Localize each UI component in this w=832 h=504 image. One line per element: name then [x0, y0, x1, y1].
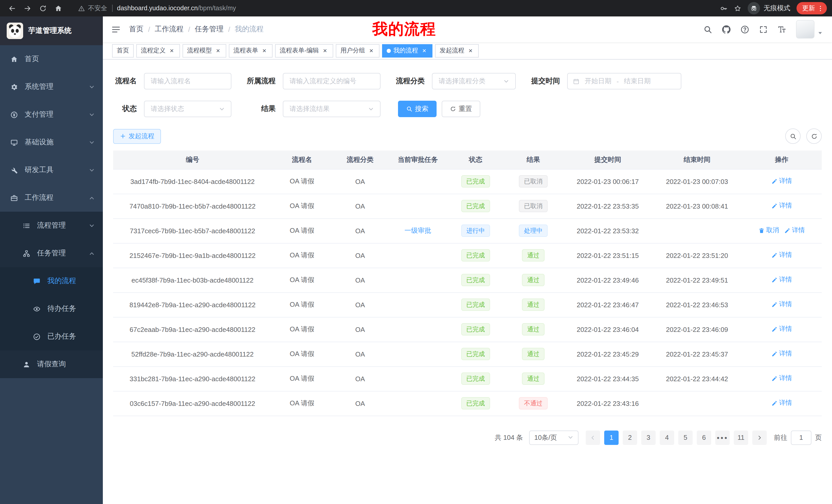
refresh-table-button[interactable] — [806, 129, 822, 144]
process-name-input[interactable]: 请输入流程名 — [144, 73, 231, 89]
prev-page-button[interactable] — [586, 430, 600, 445]
tab-2[interactable]: 流程模型× — [183, 44, 226, 57]
cell-result: 不通过 — [504, 391, 563, 416]
cell-category: OA — [332, 194, 388, 218]
detail-link[interactable]: 详情 — [771, 325, 792, 334]
sidebar-item-label: 流程管理 — [37, 221, 66, 230]
page-button-6[interactable]: 6 — [697, 430, 711, 445]
sidebar-item-home[interactable]: 首页 — [0, 45, 103, 73]
tab-close-icon[interactable]: × — [168, 47, 175, 54]
sidebar-item-task-management[interactable]: 任务管理 — [0, 240, 103, 267]
detail-link[interactable]: 详情 — [784, 226, 805, 235]
create-process-button[interactable]: 发起流程 — [113, 129, 161, 144]
user-avatar[interactable] — [796, 20, 823, 38]
hamburger-menu-icon[interactable] — [111, 24, 121, 34]
breadcrumb-item[interactable]: 任务管理 — [195, 25, 224, 34]
font-size-icon[interactable] — [778, 25, 786, 34]
sidebar-item-system[interactable]: 系统管理 — [0, 73, 103, 101]
submit-time-range-input[interactable]: 开始日期 - 结束日期 — [567, 73, 681, 89]
page-button-1[interactable]: 1 — [604, 430, 619, 445]
detail-link[interactable]: 详情 — [771, 374, 792, 383]
page-button-5[interactable]: 5 — [678, 430, 693, 445]
sidebar-item-todo-tasks[interactable]: 待办任务 — [0, 295, 103, 323]
tab-close-icon[interactable]: × — [467, 47, 474, 54]
chevron-down-icon — [89, 139, 95, 145]
tab-6[interactable]: 我的流程× — [382, 44, 433, 57]
page-button-2[interactable]: 2 — [623, 430, 637, 445]
app-logo[interactable]: 芋道管理系统 — [0, 17, 103, 45]
status-select[interactable]: 请选择状态 — [144, 101, 231, 117]
browser-back-button[interactable] — [5, 2, 19, 15]
bookmark-star-icon[interactable] — [734, 4, 742, 12]
tab-close-icon[interactable]: × — [421, 47, 428, 54]
sidebar-item-infrastructure[interactable]: 基础设施 — [0, 129, 103, 156]
detail-link[interactable]: 详情 — [771, 349, 792, 358]
category-select[interactable]: 请选择流程分类 — [432, 73, 516, 89]
tab-3[interactable]: 流程表单× — [229, 44, 272, 57]
cancel-link[interactable]: 取消 — [758, 226, 779, 235]
page-button-4[interactable]: 4 — [660, 430, 674, 445]
cell-submit-time: 2022-01-22 23:49:46 — [563, 268, 652, 292]
fullscreen-icon[interactable] — [759, 25, 768, 34]
tab-4[interactable]: 流程表单-编辑× — [275, 44, 333, 57]
menu-dots-icon — [816, 4, 824, 12]
current-task-link[interactable]: 一级审批 — [405, 227, 431, 234]
browser-forward-button[interactable] — [21, 2, 34, 15]
page-button-3[interactable]: 3 — [641, 430, 656, 445]
belong-process-input[interactable]: 请输入流程定义的编号 — [283, 73, 381, 89]
browser-update-button[interactable]: 更新 — [797, 2, 827, 15]
next-page-button[interactable] — [752, 430, 767, 445]
breadcrumb-item[interactable]: 工作流程 — [155, 25, 184, 34]
cell-submit-time: 2022-01-22 23:53:35 — [563, 194, 652, 218]
detail-link[interactable]: 详情 — [771, 300, 792, 309]
password-key-icon[interactable] — [720, 4, 728, 12]
cell-end-time — [652, 218, 742, 243]
tab-close-icon[interactable]: × — [368, 47, 375, 54]
cell-id: 2152467e-7b9b-11ec-9a1b-acde48001122 — [113, 243, 272, 268]
detail-link[interactable]: 详情 — [771, 276, 792, 284]
tab-close-icon[interactable]: × — [261, 47, 268, 54]
header-search-icon[interactable] — [703, 25, 712, 34]
detail-link[interactable]: 详情 — [771, 202, 792, 211]
breadcrumb-item[interactable]: 首页 — [129, 25, 144, 34]
column-header: 编号 — [113, 150, 272, 169]
sidebar-item-payment[interactable]: 支付管理 — [0, 101, 103, 129]
page-button-11[interactable]: 11 — [734, 430, 748, 445]
reset-button[interactable]: 重置 — [442, 101, 480, 117]
detail-link[interactable]: 详情 — [771, 177, 792, 186]
action-label: 详情 — [779, 276, 792, 284]
toggle-search-button[interactable] — [785, 129, 801, 144]
filter-label: 流程分类 — [394, 77, 425, 86]
not-secure-warning-icon — [78, 5, 85, 11]
search-button[interactable]: 搜索 — [398, 101, 437, 117]
cell-submit-time: 2022-01-22 23:44:35 — [563, 366, 652, 391]
goto-page: 前往 页 — [774, 430, 822, 445]
sidebar-item-dev-tools[interactable]: 研发工具 — [0, 156, 103, 184]
result-tag: 通过 — [522, 249, 545, 261]
detail-link[interactable]: 详情 — [771, 251, 792, 260]
address-bar[interactable]: 不安全 dashboard.yudao.iocoder.cn/bpm/task/… — [78, 4, 712, 12]
tab-0[interactable]: 首页 — [112, 44, 134, 57]
sidebar-item-workflow[interactable]: 工作流程 — [0, 184, 103, 212]
github-icon[interactable] — [722, 25, 731, 34]
tab-7[interactable]: 发起流程× — [435, 44, 479, 57]
action-label: 详情 — [779, 251, 792, 260]
browser-reload-button[interactable] — [36, 2, 49, 15]
list-icon — [23, 222, 30, 229]
sidebar-item-my-process[interactable]: 我的流程 — [0, 267, 103, 295]
sidebar-item-done-tasks[interactable]: 已办任务 — [0, 323, 103, 351]
tab-close-icon[interactable]: × — [214, 47, 222, 54]
result-select[interactable]: 请选择流结果 — [283, 101, 381, 117]
help-icon[interactable] — [740, 25, 749, 34]
browser-home-button[interactable] — [51, 2, 65, 15]
cell-status: 已完成 — [448, 268, 504, 292]
pagination-ellipsis[interactable]: ●●● — [715, 430, 730, 445]
tab-5[interactable]: 用户分组× — [336, 44, 380, 57]
tab-1[interactable]: 流程定义× — [136, 44, 180, 57]
goto-page-input[interactable] — [791, 430, 811, 445]
tab-close-icon[interactable]: × — [321, 47, 329, 54]
detail-link[interactable]: 详情 — [771, 399, 792, 408]
sidebar-item-process-management[interactable]: 流程管理 — [0, 212, 103, 240]
page-size-select[interactable]: 10条/页 — [529, 430, 578, 445]
sidebar-item-leave-query[interactable]: 请假查询 — [0, 351, 103, 378]
